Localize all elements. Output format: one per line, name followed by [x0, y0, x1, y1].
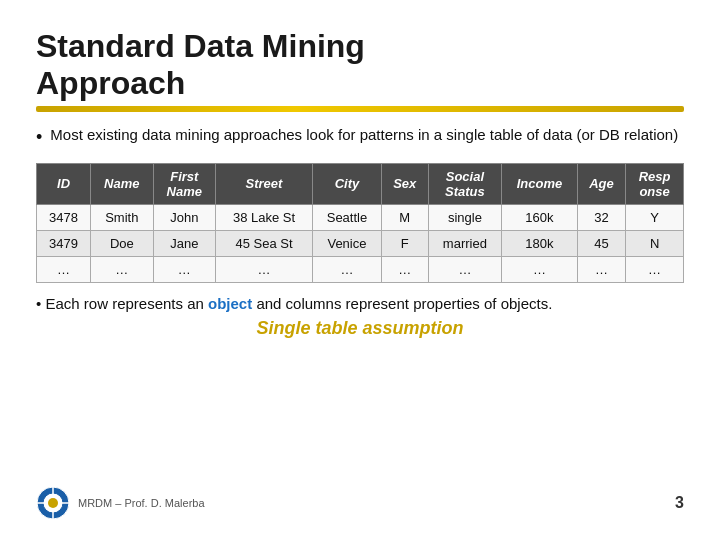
table-cell: … [381, 256, 428, 282]
col-header-resp: Response [626, 163, 684, 204]
page-number: 3 [675, 494, 684, 512]
data-table-wrap: ID Name FirstName Street City Sex Social… [36, 163, 684, 283]
footer: MRDM – Prof. D. Malerba 3 [36, 486, 684, 520]
gold-divider [36, 106, 684, 112]
table-cell: 180k [502, 230, 577, 256]
table-cell: 45 Sea St [216, 230, 313, 256]
table-header-row: ID Name FirstName Street City Sex Social… [37, 163, 684, 204]
table-cell: married [428, 230, 502, 256]
title-line1: Standard Data Mining [36, 28, 365, 64]
table-cell: … [626, 256, 684, 282]
bottom-prefix: Each row represents an [45, 295, 208, 312]
table-cell: Venice [312, 230, 381, 256]
col-header-sex: Sex [381, 163, 428, 204]
table-row: 3478SmithJohn38 Lake StSeattleMsingle160… [37, 204, 684, 230]
table-row: 3479DoeJane45 Sea StVeniceFmarried180k45… [37, 230, 684, 256]
col-header-age: Age [577, 163, 625, 204]
table-cell: Seattle [312, 204, 381, 230]
table-cell: 45 [577, 230, 625, 256]
table-cell: … [577, 256, 625, 282]
table-cell: … [502, 256, 577, 282]
table-cell: … [37, 256, 91, 282]
footer-text: MRDM – Prof. D. Malerba [78, 497, 205, 509]
single-table-assumption: Single table assumption [36, 318, 684, 339]
table-cell: F [381, 230, 428, 256]
table-cell: … [428, 256, 502, 282]
svg-point-2 [48, 498, 58, 508]
bottom-highlight: object [208, 295, 252, 312]
table-cell: M [381, 204, 428, 230]
col-header-name: Name [91, 163, 153, 204]
table-cell: Smith [91, 204, 153, 230]
col-header-city: City [312, 163, 381, 204]
table-cell: Doe [91, 230, 153, 256]
table-cell: Jane [153, 230, 215, 256]
data-table: ID Name FirstName Street City Sex Social… [36, 163, 684, 283]
table-cell: 38 Lake St [216, 204, 313, 230]
table-cell: 32 [577, 204, 625, 230]
bottom-bullet: • Each row represents an object and colu… [36, 295, 684, 312]
slide: Standard Data Mining Approach • Most exi… [0, 0, 720, 540]
logo-icon [36, 486, 70, 520]
table-cell: Y [626, 204, 684, 230]
table-cell: 3479 [37, 230, 91, 256]
table-cell: … [216, 256, 313, 282]
table-cell: single [428, 204, 502, 230]
col-header-firstname: FirstName [153, 163, 215, 204]
bottom-suffix: and columns represent properties of obje… [252, 295, 552, 312]
title: Standard Data Mining Approach [36, 28, 684, 102]
bullet-dot: • [36, 126, 42, 149]
table-cell: John [153, 204, 215, 230]
footer-left: MRDM – Prof. D. Malerba [36, 486, 205, 520]
table-cell: … [153, 256, 215, 282]
bullet-point: • Most existing data mining approaches l… [36, 126, 684, 149]
table-cell: N [626, 230, 684, 256]
table-row: ………………………… [37, 256, 684, 282]
bullet-text: Most existing data mining approaches loo… [50, 126, 678, 143]
table-cell: … [91, 256, 153, 282]
title-line2: Approach [36, 65, 185, 101]
table-cell: 3478 [37, 204, 91, 230]
col-header-social: SocialStatus [428, 163, 502, 204]
table-cell: … [312, 256, 381, 282]
col-header-street: Street [216, 163, 313, 204]
table-cell: 160k [502, 204, 577, 230]
col-header-id: ID [37, 163, 91, 204]
bullet-dot2: • [36, 295, 41, 312]
col-header-income: Income [502, 163, 577, 204]
